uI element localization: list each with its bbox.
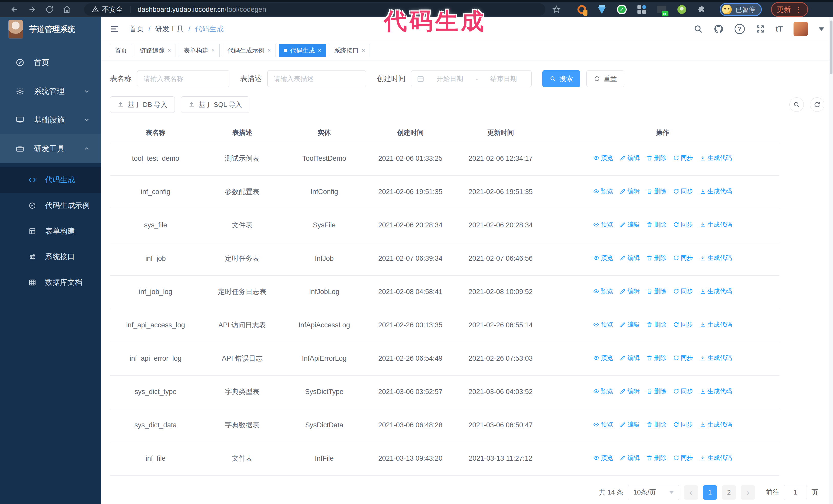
sidebar-item-codegen[interactable]: 代码生成: [0, 167, 101, 193]
delete-link[interactable]: 删除: [646, 419, 666, 430]
prev-page-button[interactable]: ‹: [684, 485, 698, 500]
sync-link[interactable]: 同步: [673, 319, 693, 330]
sidebar-item-db-docs[interactable]: 数据库文档: [0, 270, 101, 295]
table-name-input[interactable]: [137, 70, 230, 87]
preview-link[interactable]: 预览: [593, 319, 613, 330]
generate-code-link[interactable]: 生成代码: [700, 386, 732, 397]
refresh-table-button[interactable]: [810, 97, 824, 112]
table-desc-input[interactable]: [267, 70, 366, 87]
back-button[interactable]: [7, 3, 22, 16]
update-button[interactable]: 更新 ⋮: [771, 2, 808, 17]
sync-link[interactable]: 同步: [673, 386, 693, 397]
delete-link[interactable]: 删除: [646, 453, 666, 463]
close-icon[interactable]: ×: [211, 47, 215, 54]
sidebar-item-infrastructure[interactable]: 基础设施: [0, 105, 101, 134]
edit-link[interactable]: 编辑: [620, 219, 640, 230]
delete-link[interactable]: 删除: [646, 286, 666, 296]
search-button[interactable]: 搜索: [542, 70, 580, 87]
browser-menu-dots-icon[interactable]: ⋮: [795, 5, 802, 14]
close-icon[interactable]: ×: [362, 47, 365, 54]
home-button[interactable]: [60, 3, 74, 16]
page-size-select[interactable]: 10条/页: [628, 485, 679, 500]
extension-person-icon[interactable]: [677, 4, 687, 15]
preview-link[interactable]: 预览: [593, 219, 613, 230]
edit-link[interactable]: 编辑: [620, 186, 640, 197]
extension-gem-icon[interactable]: [597, 4, 607, 15]
generate-code-link[interactable]: 生成代码: [700, 419, 732, 430]
sidebar-item-codegen-example[interactable]: 代码生成示例: [0, 193, 101, 218]
search-icon[interactable]: [694, 24, 703, 33]
generate-code-link[interactable]: 生成代码: [700, 353, 732, 363]
import-db-button[interactable]: 基于 DB 导入: [110, 96, 175, 113]
delete-link[interactable]: 删除: [646, 186, 666, 197]
extension-check-icon[interactable]: ✓: [617, 4, 627, 15]
page-scrollbar[interactable]: [829, 17, 833, 504]
generate-code-link[interactable]: 生成代码: [700, 219, 732, 230]
generate-code-link[interactable]: 生成代码: [700, 253, 732, 263]
page-button-2[interactable]: 2: [722, 485, 736, 500]
delete-link[interactable]: 删除: [646, 253, 666, 263]
preview-link[interactable]: 预览: [593, 419, 613, 430]
sync-link[interactable]: 同步: [673, 453, 693, 463]
delete-link[interactable]: 删除: [646, 353, 666, 363]
hamburger-icon[interactable]: [110, 24, 119, 33]
import-sql-button[interactable]: 基于 SQL 导入: [181, 96, 249, 113]
sidebar-item-home[interactable]: 首页: [0, 48, 101, 77]
reload-button[interactable]: [42, 3, 57, 16]
close-icon[interactable]: ×: [318, 47, 322, 54]
delete-link[interactable]: 删除: [646, 319, 666, 330]
preview-link[interactable]: 预览: [593, 453, 613, 463]
edit-link[interactable]: 编辑: [620, 419, 640, 430]
edit-link[interactable]: 编辑: [620, 319, 640, 330]
edit-link[interactable]: 编辑: [620, 286, 640, 296]
logo-area[interactable]: 芋道管理系统: [0, 17, 101, 42]
sidebar-item-system-management[interactable]: 系统管理: [0, 77, 101, 105]
tab-trace[interactable]: 链路追踪 ×: [135, 44, 176, 57]
sync-link[interactable]: 同步: [673, 286, 693, 296]
github-icon[interactable]: [714, 24, 724, 34]
sync-link[interactable]: 同步: [673, 219, 693, 230]
tab-form-builder[interactable]: 表单构建 ×: [179, 44, 220, 57]
extensions-puzzle-icon[interactable]: [697, 4, 707, 15]
user-avatar[interactable]: [793, 22, 808, 36]
date-range-picker[interactable]: 开始日期 - 结束日期: [411, 70, 531, 87]
reset-button[interactable]: 重置: [587, 70, 624, 87]
help-icon[interactable]: ?: [735, 24, 745, 34]
sync-link[interactable]: 同步: [673, 253, 693, 263]
preview-link[interactable]: 预览: [593, 353, 613, 363]
preview-link[interactable]: 预览: [593, 386, 613, 397]
delete-link[interactable]: 删除: [646, 386, 666, 397]
font-size-icon[interactable]: tT: [776, 25, 783, 33]
generate-code-link[interactable]: 生成代码: [700, 453, 732, 463]
page-button-1[interactable]: 1: [703, 485, 717, 500]
preview-link[interactable]: 预览: [593, 253, 613, 263]
generate-code-link[interactable]: 生成代码: [700, 319, 732, 330]
sync-link[interactable]: 同步: [673, 353, 693, 363]
close-icon[interactable]: ×: [268, 47, 271, 54]
goto-page-input[interactable]: [784, 485, 807, 500]
edit-link[interactable]: 编辑: [620, 453, 640, 463]
extension-on-badge-icon[interactable]: [657, 4, 667, 15]
edit-link[interactable]: 编辑: [620, 152, 640, 163]
preview-link[interactable]: 预览: [593, 186, 613, 197]
scrollbar-thumb[interactable]: [830, 21, 832, 74]
tab-home[interactable]: 首页: [110, 44, 132, 57]
edit-link[interactable]: 编辑: [620, 386, 640, 397]
sync-link[interactable]: 同步: [673, 419, 693, 430]
security-badge[interactable]: 不安全: [92, 5, 123, 14]
extension-grid-icon[interactable]: [637, 4, 647, 15]
tab-system-api[interactable]: 系统接口 ×: [329, 44, 370, 57]
sidebar-item-system-api[interactable]: 系统接口: [0, 244, 101, 270]
avatar-caret-icon[interactable]: [819, 27, 824, 31]
tab-codegen-example[interactable]: 代码生成示例 ×: [223, 44, 276, 57]
tab-codegen[interactable]: 代码生成 ×: [279, 44, 326, 57]
delete-link[interactable]: 删除: [646, 219, 666, 230]
close-icon[interactable]: ×: [168, 47, 171, 54]
preview-link[interactable]: 预览: [593, 152, 613, 163]
forward-button[interactable]: [25, 3, 40, 16]
sidebar-item-form-builder[interactable]: 表单构建: [0, 218, 101, 244]
breadcrumb-dev-tools[interactable]: 研发工具: [155, 24, 184, 34]
extension-orange-icon[interactable]: [577, 4, 587, 15]
sync-link[interactable]: 同步: [673, 152, 693, 163]
generate-code-link[interactable]: 生成代码: [700, 186, 732, 197]
